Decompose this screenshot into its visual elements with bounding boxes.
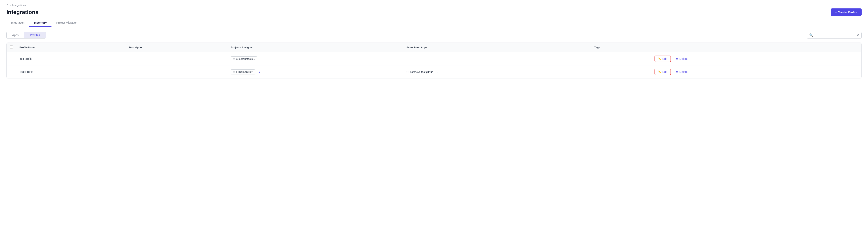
header-row: Integrations + Create Profile: [6, 8, 862, 16]
row1-apps-dash: —: [406, 57, 409, 60]
row1-edit-label: Edit: [662, 57, 667, 60]
search-icon: 🔍: [809, 33, 813, 37]
row2-apps-more[interactable]: +2: [435, 71, 438, 74]
col-associated-apps: Associated Apps: [403, 43, 591, 52]
header-area: ⌂ > Integrations Integrations + Create P…: [0, 0, 868, 27]
row1-action-buttons: ✏️ Edit 🗑 Delete: [654, 56, 858, 62]
col-profile-name: Profile Name: [16, 43, 126, 52]
page-title: Integrations: [6, 9, 38, 16]
col-checkbox: [7, 43, 16, 52]
row1-description-dash: —: [129, 57, 132, 60]
toggle-apps-button[interactable]: Apps: [7, 32, 24, 38]
row2-action-buttons: ✏️ Edit 🗑 Delete: [654, 68, 858, 75]
profiles-table: Profile Name Description Projects Assign…: [7, 43, 861, 78]
row2-project-tag[interactable]: ▭ EliDemoCLI02: [231, 70, 255, 75]
select-all-checkbox[interactable]: [10, 46, 13, 49]
row1-description: —: [126, 52, 227, 65]
row2-app-name: ⊙ batsheva test github: [406, 70, 433, 74]
row1-edit-button[interactable]: ✏️ Edit: [654, 56, 671, 62]
table-header-row: Profile Name Description Projects Assign…: [7, 43, 861, 52]
row2-description: —: [126, 65, 227, 79]
row1-checkbox[interactable]: [10, 57, 13, 60]
row2-tags: —: [591, 65, 651, 79]
tab-inventory[interactable]: Inventory: [29, 19, 52, 27]
row2-projects-more[interactable]: +2: [257, 70, 260, 73]
page-wrapper: ⌂ > Integrations Integrations + Create P…: [0, 0, 868, 249]
pencil-icon: ✏️: [658, 57, 661, 60]
row1-project-name: e2egrouptestc...: [236, 57, 255, 60]
col-projects-assigned: Projects Assigned: [227, 43, 403, 52]
row2-projects-assigned: ▭ EliDemoCLI02 +2: [227, 65, 403, 79]
toggle-profiles-button[interactable]: Profiles: [24, 32, 46, 38]
row1-actions: ✏️ Edit 🗑 Delete: [651, 52, 861, 65]
folder-icon: ▭: [233, 57, 235, 60]
table-body: test profile — ▭ e2egrouptestc... —: [7, 52, 861, 79]
row1-delete-label: Delete: [680, 57, 687, 60]
row2-edit-label: Edit: [662, 70, 667, 74]
tabs-row: Integration Inventory Project Migration: [6, 19, 862, 27]
content-area: Apps Profiles 🔍 ✕ Profile Name Descripti…: [0, 27, 868, 83]
filter-row: Apps Profiles 🔍 ✕: [6, 32, 862, 38]
row2-app-label: batsheva test github: [410, 71, 433, 74]
tab-project-migration[interactable]: Project Migration: [52, 19, 82, 27]
col-tags: Tags: [591, 43, 651, 52]
table-container: Profile Name Description Projects Assign…: [6, 43, 862, 79]
table-row: Test Profile — ▭ EliDemoCLI02 +2: [7, 65, 861, 79]
row2-delete-label: Delete: [680, 70, 687, 74]
trash-icon: 🗑: [676, 71, 679, 74]
breadcrumb-current: Integrations: [12, 4, 26, 7]
row2-delete-button[interactable]: 🗑 Delete: [673, 69, 691, 75]
col-description: Description: [126, 43, 227, 52]
toggle-group: Apps Profiles: [6, 32, 46, 38]
create-profile-button[interactable]: + Create Profile: [831, 8, 862, 16]
table-row: test profile — ▭ e2egrouptestc... —: [7, 52, 861, 65]
row2-checkbox[interactable]: [10, 70, 13, 73]
row2-tags-dash: —: [594, 70, 597, 74]
tab-integration[interactable]: Integration: [6, 19, 29, 27]
row1-associated-apps: —: [403, 52, 591, 65]
search-input[interactable]: [815, 33, 855, 37]
row1-checkbox-cell: [7, 52, 16, 65]
row2-project-name: EliDemoCLI02: [236, 71, 253, 74]
row2-edit-button[interactable]: ✏️ Edit: [654, 68, 671, 75]
row1-tags-dash: —: [594, 57, 597, 60]
row2-checkbox-cell: [7, 65, 16, 79]
github-icon: ⊙: [406, 70, 409, 74]
breadcrumb: ⌂ > Integrations: [6, 3, 862, 7]
pencil-icon: ✏️: [658, 71, 661, 74]
col-actions: [651, 43, 861, 52]
table-header: Profile Name Description Projects Assign…: [7, 43, 861, 52]
close-icon[interactable]: ✕: [857, 33, 859, 37]
row2-profile-name: Test Profile: [16, 65, 126, 79]
row1-project-tag[interactable]: ▭ e2egrouptestc...: [231, 56, 257, 61]
search-box: 🔍 ✕: [807, 32, 862, 38]
home-icon[interactable]: ⌂: [6, 3, 8, 7]
row2-actions: ✏️ Edit 🗑 Delete: [651, 65, 861, 79]
row1-profile-name: test profile: [16, 52, 126, 65]
breadcrumb-separator: >: [10, 4, 11, 7]
row1-projects-assigned: ▭ e2egrouptestc...: [227, 52, 403, 65]
trash-icon: 🗑: [676, 57, 679, 60]
row2-description-dash: —: [129, 70, 132, 74]
row1-delete-button[interactable]: 🗑 Delete: [673, 56, 691, 62]
folder-icon: ▭: [233, 71, 235, 73]
row2-associated-apps: ⊙ batsheva test github +2: [403, 65, 591, 79]
row1-tags: —: [591, 52, 651, 65]
